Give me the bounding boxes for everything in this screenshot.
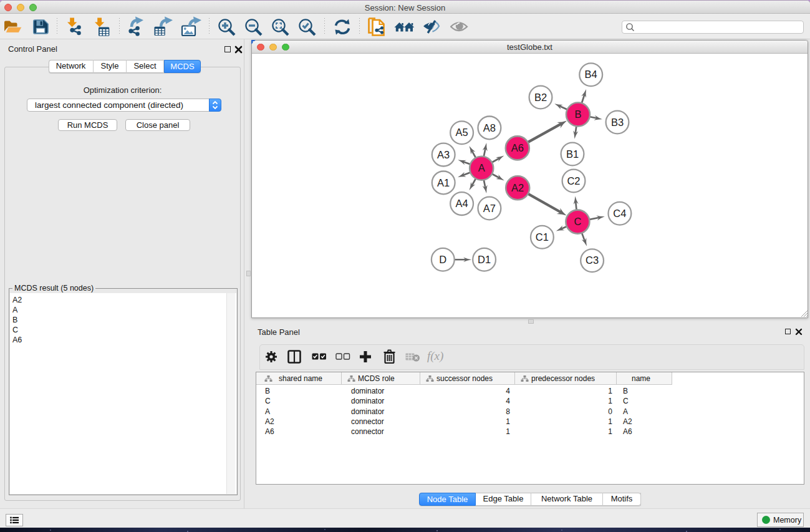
- svg-text:B1: B1: [566, 148, 579, 160]
- svg-text:C1: C1: [536, 231, 549, 243]
- svg-text:A3: A3: [437, 149, 450, 160]
- svg-text:B4: B4: [585, 69, 597, 80]
- svg-text:D1: D1: [478, 254, 491, 265]
- svg-text:A2: A2: [511, 182, 524, 193]
- svg-text:D: D: [439, 254, 446, 265]
- svg-text:C2: C2: [567, 175, 580, 186]
- svg-text:C: C: [574, 216, 581, 227]
- svg-text:A8: A8: [483, 122, 496, 133]
- svg-text:B2: B2: [534, 92, 547, 103]
- svg-text:B3: B3: [611, 117, 624, 128]
- svg-text:C4: C4: [613, 208, 626, 219]
- svg-text:B: B: [574, 109, 581, 120]
- svg-text:C3: C3: [586, 254, 599, 266]
- svg-text:A7: A7: [483, 203, 496, 214]
- svg-text:A: A: [478, 162, 485, 173]
- svg-text:A1: A1: [437, 177, 450, 188]
- svg-text:A6: A6: [511, 142, 524, 153]
- svg-text:A4: A4: [456, 198, 468, 209]
- svg-text:A5: A5: [456, 127, 468, 138]
